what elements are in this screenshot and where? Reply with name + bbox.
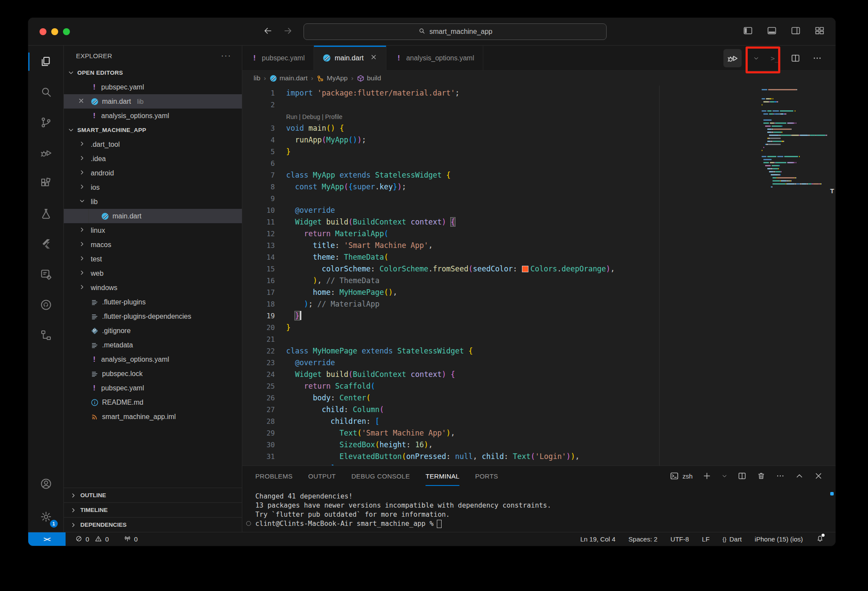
tree-item-test[interactable]: test bbox=[64, 252, 242, 266]
section-header-smart-machine-app[interactable]: SMART_MACHINE_APP bbox=[64, 123, 242, 137]
terminal-shell-selector[interactable]: zsh bbox=[670, 471, 693, 481]
tree-item-.flutter-plugins[interactable]: .flutter-plugins bbox=[64, 295, 242, 309]
activity-extensions[interactable] bbox=[28, 168, 64, 198]
code-line[interactable]: 24 Widget build(BuildContext context) { bbox=[242, 369, 835, 380]
code-line[interactable]: 31 ElevatedButton(onPressed: null, child… bbox=[242, 451, 835, 462]
code-line[interactable]: 5} bbox=[242, 146, 835, 158]
code-line[interactable]: 27 child: Column( bbox=[242, 404, 835, 416]
tree-item-pubspec.lock[interactable]: pubspec.lock bbox=[64, 366, 242, 381]
code-line[interactable]: 20} bbox=[242, 322, 835, 333]
activity-github[interactable] bbox=[28, 290, 64, 320]
more-actions-icon[interactable] bbox=[776, 471, 785, 481]
more-actions-icon[interactable]: ··· bbox=[221, 51, 231, 60]
activity-testing[interactable] bbox=[28, 198, 64, 229]
activity-run-and-debug[interactable] bbox=[28, 138, 64, 168]
new-terminal-icon[interactable] bbox=[702, 471, 712, 481]
tree-item-lib[interactable]: lib bbox=[64, 195, 242, 209]
status-language-mode[interactable]: {}Dart bbox=[723, 535, 742, 543]
code-line[interactable]: 2 bbox=[242, 99, 835, 111]
code-line[interactable]: 18 ); // MaterialApp bbox=[242, 298, 835, 310]
tab-analysis_options.yaml[interactable]: !analysis_options.yaml bbox=[386, 46, 483, 70]
tree-item-main.dart[interactable]: main.dart bbox=[64, 209, 242, 223]
split-terminal-icon[interactable] bbox=[737, 471, 747, 481]
code-line[interactable]: 25 return Scaffold( bbox=[242, 380, 835, 392]
activity-source-control[interactable] bbox=[28, 107, 64, 138]
open-editor-main.dart[interactable]: main.dartlib bbox=[64, 94, 242, 109]
code-line[interactable]: 30 SizedBox(height: 16), bbox=[242, 439, 835, 451]
code-line[interactable]: 9 bbox=[242, 193, 835, 205]
layout-sidebar-left-icon[interactable] bbox=[743, 25, 753, 36]
remote-indicator[interactable]: >< bbox=[28, 532, 66, 546]
codelens[interactable]: Run | Debug | Profile bbox=[242, 111, 835, 122]
tab-pubspec.yaml[interactable]: !pubspec.yaml bbox=[242, 46, 314, 70]
tree-item-ios[interactable]: ios bbox=[64, 180, 242, 195]
code-line[interactable]: 29 Text('Smart Machine App'), bbox=[242, 427, 835, 439]
ports-status[interactable]: 0 bbox=[124, 535, 138, 544]
code-line[interactable]: 19 } bbox=[242, 310, 835, 322]
tree-item-web[interactable]: web bbox=[64, 266, 242, 281]
code-line[interactable]: 1import 'package:flutter/material.dart'; bbox=[242, 87, 835, 99]
maximize-window-button[interactable] bbox=[63, 28, 70, 35]
problems-status[interactable]: 0 0 bbox=[75, 535, 109, 544]
code-line[interactable]: 17 home: MyHomePage(), bbox=[242, 287, 835, 298]
code-line[interactable]: 16 ), // ThemeData bbox=[242, 275, 835, 287]
section-header-open editors[interactable]: OPEN EDITORS bbox=[64, 66, 242, 80]
activity-settings[interactable]: 1 bbox=[28, 502, 64, 532]
code-line[interactable]: 23 @override bbox=[242, 357, 835, 369]
code-line[interactable]: 6 bbox=[242, 158, 835, 169]
close-icon[interactable] bbox=[78, 97, 85, 104]
breadcrumb-item-build[interactable]: build bbox=[357, 74, 381, 82]
activity-explorer[interactable] bbox=[28, 46, 64, 77]
tree-item-README.md[interactable]: README.md bbox=[64, 395, 242, 409]
code-line[interactable]: 26 body: Center( bbox=[242, 392, 835, 404]
tree-item-.metadata[interactable]: .metadata bbox=[64, 338, 242, 352]
minimize-window-button[interactable] bbox=[51, 28, 58, 35]
code-line[interactable]: 8 const MyApp({super.key}); bbox=[242, 181, 835, 193]
breadcrumb-item-MyApp[interactable]: MyApp bbox=[317, 74, 347, 82]
breadcrumb-item-lib[interactable]: lib bbox=[254, 74, 261, 82]
run-debug-button[interactable] bbox=[723, 49, 742, 67]
breadcrumb-item-main.dart[interactable]: main.dart bbox=[270, 74, 308, 82]
tab-main.dart[interactable]: main.dart bbox=[314, 46, 387, 71]
tree-item-.flutter-plugins-dependencies[interactable]: .flutter-plugins-dependencies bbox=[64, 309, 242, 324]
command-center-search[interactable]: smart_machine_app bbox=[304, 23, 607, 40]
status-encoding[interactable]: UTF-8 bbox=[670, 535, 689, 543]
forward-arrow-icon[interactable] bbox=[283, 26, 293, 38]
code-line[interactable]: 15 colorScheme: ColorScheme.fromSeed(see… bbox=[242, 263, 835, 275]
activity-accounts[interactable] bbox=[28, 469, 64, 499]
tree-item-pubspec.yaml[interactable]: !pubspec.yaml bbox=[64, 381, 242, 395]
tree-item-android[interactable]: android bbox=[64, 166, 242, 180]
close-window-button[interactable] bbox=[40, 28, 46, 35]
section-header-timeline[interactable]: TIMELINE bbox=[64, 502, 242, 517]
terminal-output[interactable]: Changed 41 dependencies!13 packages have… bbox=[242, 486, 835, 528]
panel-tab-terminal[interactable]: TERMINAL bbox=[426, 466, 459, 486]
tree-item-macos[interactable]: macos bbox=[64, 238, 242, 252]
code-line[interactable]: 22class MyHomePage extends StatelessWidg… bbox=[242, 345, 835, 357]
code-line[interactable]: 3void main() { bbox=[242, 122, 835, 134]
activity-project-tools[interactable] bbox=[28, 259, 64, 290]
minimap[interactable] bbox=[762, 89, 828, 189]
more-actions-icon[interactable] bbox=[812, 53, 822, 63]
code-line[interactable]: 28 children: [ bbox=[242, 416, 835, 427]
activity-references[interactable] bbox=[28, 320, 64, 350]
color-swatch[interactable] bbox=[522, 266, 528, 272]
notifications-bell-icon[interactable] bbox=[816, 535, 824, 544]
tree-item-linux[interactable]: linux bbox=[64, 223, 242, 238]
layout-customize-icon[interactable] bbox=[814, 25, 825, 36]
code-line[interactable]: 14 theme: ThemeData( bbox=[242, 251, 835, 263]
panel-tab-ports[interactable]: PORTS bbox=[475, 466, 498, 486]
panel-tab-problems[interactable]: PROBLEMS bbox=[255, 466, 293, 486]
code-line[interactable]: 11 Widget build(BuildContext context) { bbox=[242, 216, 835, 228]
code-line[interactable]: 4 runApp(MyApp()); bbox=[242, 134, 835, 146]
kill-terminal-icon[interactable] bbox=[756, 471, 766, 481]
status-device-selector[interactable]: iPhone (15) (ios) bbox=[755, 535, 803, 543]
terminal-prompt[interactable]: clint@Clints-MacBook-Air smart_machine_a… bbox=[255, 519, 835, 528]
tree-item-analysis_options.yaml[interactable]: !analysis_options.yaml bbox=[64, 352, 242, 366]
terminal-dropdown-icon[interactable] bbox=[721, 473, 728, 479]
section-header-dependencies[interactable]: DEPENDENCIES bbox=[64, 517, 242, 532]
status-eol[interactable]: LF bbox=[702, 535, 710, 543]
layout-sidebar-right-icon[interactable] bbox=[790, 25, 801, 36]
close-icon[interactable] bbox=[370, 53, 377, 61]
code-line[interactable]: 32 ], bbox=[242, 462, 835, 466]
code-line[interactable]: 12 return MaterialApp( bbox=[242, 228, 835, 240]
